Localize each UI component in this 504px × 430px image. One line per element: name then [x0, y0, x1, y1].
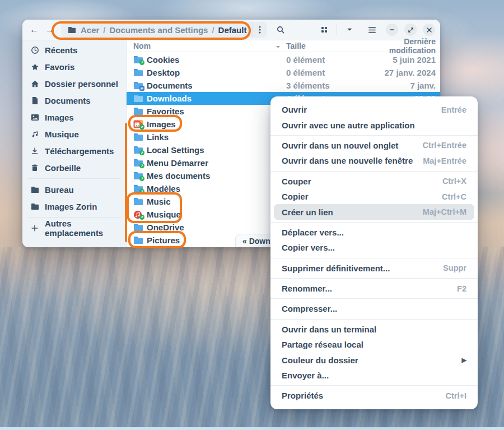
minimize-icon	[389, 27, 395, 33]
folder-icon	[133, 107, 143, 115]
context-menu-item[interactable]: Compresser...	[274, 301, 474, 316]
folder-icon	[133, 81, 143, 90]
context-menu-item[interactable]: Couleur du dossier ▶	[274, 352, 474, 367]
search-button[interactable]	[273, 22, 288, 38]
menu-divider	[270, 385, 478, 386]
context-menu-item[interactable]: Ouvrir dans un terminal	[274, 322, 474, 337]
file-size: 0 élément	[286, 55, 367, 64]
maximize-button[interactable]	[404, 24, 417, 36]
file-name: Modèles	[147, 184, 180, 193]
file-row[interactable]: Documents 3 éléments 7 janv.	[127, 79, 440, 92]
breadcrumb-item-current[interactable]: Default	[218, 25, 247, 35]
file-name: Images	[147, 119, 176, 129]
breadcrumb-item[interactable]: Documents and Settings	[110, 25, 208, 35]
wallpaper-bottom-strip	[0, 427, 504, 430]
menu-item-shortcut: Maj+Entrée	[423, 156, 466, 165]
file-name: Local Settings	[147, 145, 204, 155]
file-size: 0 élément	[286, 68, 367, 77]
menu-item-shortcut: Suppr	[443, 263, 466, 272]
shortcut-badge-icon	[139, 60, 144, 65]
close-icon	[427, 27, 432, 33]
file-name: Mes documents	[147, 171, 210, 181]
sidebar-item-label: Documents	[45, 96, 91, 105]
path-options-button[interactable]	[252, 22, 267, 38]
menu-item-label: Copier	[282, 192, 309, 201]
file-name: Desktop	[147, 68, 180, 77]
context-menu-item[interactable]: Envoyer à...	[274, 368, 474, 383]
menu-item-shortcut: Ctrl+I	[446, 391, 466, 400]
document-icon	[30, 96, 39, 105]
sidebar-item-dossier-personnel[interactable]: Dossier personnel	[22, 75, 126, 92]
file-name: OneDrive	[147, 223, 184, 232]
context-menu-item[interactable]: Supprimer définitivement... Suppr	[274, 261, 474, 276]
context-menu-item[interactable]: Partage réseau local	[274, 337, 474, 352]
folder-icon	[133, 159, 143, 167]
menu-item-label: Partage réseau local	[282, 340, 363, 349]
close-button[interactable]	[423, 24, 435, 36]
sidebar-divider	[28, 178, 120, 179]
column-header-name[interactable]: Nom	[133, 41, 286, 50]
menu-divider	[270, 222, 478, 223]
sidebar-item-corbeille[interactable]: Corbeille	[22, 159, 126, 176]
sidebar-item-musique[interactable]: Musique	[22, 126, 126, 142]
folder-icon	[133, 223, 143, 232]
file-row[interactable]: Desktop 0 élément 27 janv. 2024	[127, 66, 440, 79]
breadcrumb-item[interactable]: Acer	[81, 25, 99, 35]
breadcrumb[interactable]: Acer / Documents and Settings / Default	[61, 22, 267, 38]
context-menu-item[interactable]: Copier vers...	[274, 240, 474, 255]
maximize-icon	[408, 27, 414, 33]
menu-item-label: Ouvrir dans un nouvel onglet	[282, 141, 398, 150]
folder-icon	[30, 202, 39, 211]
sidebar-item-images-zorin[interactable]: Images Zorin	[22, 198, 126, 215]
context-menu-item[interactable]: Ouvrir avec une autre application	[274, 117, 474, 132]
folder-icon	[133, 236, 143, 244]
grid-view-button[interactable]	[316, 22, 332, 38]
file-name: Musique	[147, 210, 181, 219]
menu-item-shortcut: F2	[457, 284, 466, 293]
context-menu-item[interactable]: Copier Ctrl+C	[274, 189, 474, 204]
view-options-button[interactable]	[342, 22, 357, 38]
breadcrumb-separator: /	[103, 25, 105, 35]
sidebar-item-favoris[interactable]: Favoris	[22, 58, 126, 75]
context-menu-item[interactable]: Déplacer vers...	[274, 225, 474, 240]
menu-divider	[270, 298, 478, 299]
context-menu-item[interactable]: Ouvrir Entrée	[274, 102, 474, 117]
context-menu-item[interactable]: Ouvrir dans un nouvel onglet Ctrl+Entrée	[274, 138, 474, 153]
menu-item-label: Couper	[282, 177, 311, 186]
context-menu-item[interactable]: Renommer... F2	[274, 281, 474, 296]
sidebar-item-label: Téléchargements	[45, 146, 114, 156]
places-sidebar: Récents Favoris Dossier personnel Docume…	[22, 40, 127, 247]
sidebar-item-autres-emplacements[interactable]: Autres emplacements	[22, 220, 126, 237]
menu-divider	[270, 278, 478, 279]
chevron-down-icon	[347, 27, 353, 32]
file-name: Music	[147, 197, 171, 206]
kebab-menu-icon	[259, 26, 261, 34]
context-menu-item[interactable]: Couper Ctrl+X	[274, 174, 474, 189]
file-row[interactable]: Cookies 0 élément 5 juin 2021	[127, 53, 440, 66]
sidebar-item-label: Musique	[45, 130, 79, 139]
search-icon	[277, 26, 285, 34]
menu-item-shortcut: Ctrl+Entrée	[422, 141, 466, 150]
back-button[interactable]: ←	[27, 22, 41, 37]
sidebar-item-label: Autres emplacements	[45, 219, 118, 238]
forward-button[interactable]: →	[43, 22, 57, 37]
sidebar-item-images[interactable]: Images	[22, 109, 126, 126]
music-emblem-icon	[133, 210, 143, 219]
sidebar-item-r-cents[interactable]: Récents	[22, 41, 126, 58]
sidebar-item-documents[interactable]: Documents	[22, 92, 126, 109]
sidebar-item-bureau[interactable]: Bureau	[22, 181, 126, 198]
file-name: Menu Démarrer	[147, 158, 208, 168]
home-icon	[30, 79, 39, 88]
minimize-button[interactable]	[386, 24, 398, 36]
hamburger-menu-button[interactable]	[364, 22, 380, 38]
sidebar-item-t-l-chargements[interactable]: Téléchargements	[22, 142, 126, 159]
context-menu-item[interactable]: Ouvrir dans une nouvelle fenêtre Maj+Ent…	[274, 153, 474, 168]
star-icon	[30, 62, 39, 71]
menu-item-shortcut: Ctrl+C	[442, 192, 466, 201]
context-menu-item-highlighted[interactable]: Créer un lien Maj+Ctrl+M	[274, 204, 474, 219]
folder-icon	[133, 197, 143, 206]
folder-icon	[133, 184, 143, 193]
context-menu-item[interactable]: Propriétés Ctrl+I	[274, 388, 474, 403]
menu-item-shortcut: Entrée	[441, 105, 466, 114]
column-header-size[interactable]: Taille	[286, 41, 367, 50]
